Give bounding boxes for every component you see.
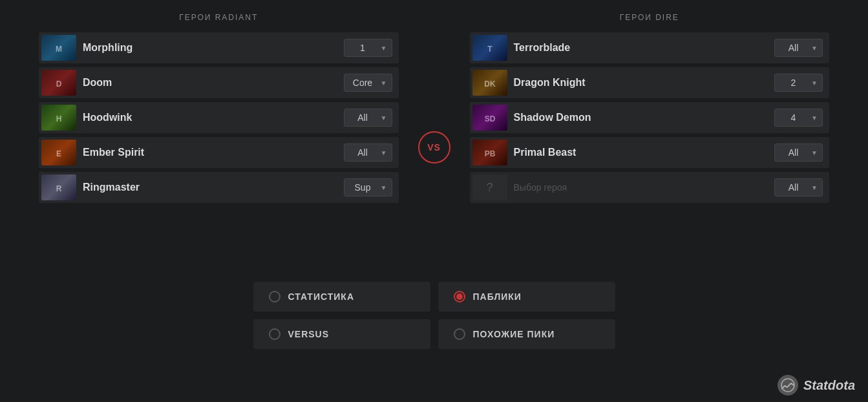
hero-row: D DoomAll12345CoreSup▼ [39, 67, 399, 98]
dire-header: ГЕРОИ DIRE [470, 13, 830, 22]
role-dropdown-wrapper[interactable]: All12345CoreSup▼ [774, 39, 823, 57]
option-label-similar: ПОХОЖИЕ ПИКИ [473, 329, 555, 339]
hero-row: M MorphlingAll12345CoreSup▼ [39, 32, 399, 63]
footer: Statdota [0, 368, 868, 402]
vs-circle: VS [418, 131, 450, 164]
svg-text:SD: SD [484, 114, 495, 123]
hero-avatar-dragon-knight: DK [472, 70, 507, 96]
hero-placeholder-text: Выбор героя [514, 182, 768, 193]
option-button-similar[interactable]: ПОХОЖИЕ ПИКИ [438, 319, 615, 349]
role-select[interactable]: All12345CoreSup [344, 143, 392, 162]
hero-avatar-hoodwink: H [41, 105, 76, 131]
hero-row: DK Dragon KnightAll12345CoreSup▼ [470, 67, 830, 98]
hero-row: E Ember SpiritAll12345CoreSup▼ [39, 137, 399, 168]
hero-row: SD Shadow DemonAll12345CoreSup▼ [470, 102, 830, 133]
hero-avatar-ringmaster: R [41, 175, 76, 200]
hero-avatar-terrorblade: T [472, 35, 507, 61]
role-select[interactable]: All12345CoreSup [344, 39, 392, 57]
radio-similar [454, 328, 465, 340]
svg-text:D: D [56, 79, 62, 89]
radiant-header: ГЕРОИ RADIANT [39, 13, 399, 22]
option-label-publics: ПАБЛИКИ [473, 291, 522, 302]
hero-name: Hoodwink [83, 112, 337, 123]
radio-statistics [269, 291, 281, 302]
option-button-versus[interactable]: VERSUS [253, 319, 430, 349]
role-select[interactable]: All12345CoreSup [774, 39, 823, 57]
logo-icon [778, 375, 798, 396]
svg-text:T: T [487, 45, 492, 54]
svg-text:H: H [56, 114, 62, 123]
hero-row: PB Primal BeastAll12345CoreSup▼ [470, 137, 830, 168]
hero-row: ?Выбор герояAll12345CoreSup▼ [470, 172, 830, 203]
dire-hero-list: T TerrorbladeAll12345CoreSup▼ DK Dragon … [470, 32, 830, 207]
hero-name: Terrorblade [514, 42, 768, 54]
svg-text:M: M [56, 45, 62, 54]
option-button-publics[interactable]: ПАБЛИКИ [438, 282, 615, 312]
hero-name: Ringmaster [83, 182, 337, 193]
hero-avatar-primal-beast: PB [472, 140, 507, 165]
role-dropdown-wrapper[interactable]: All12345CoreSup▼ [774, 178, 823, 196]
role-dropdown-wrapper[interactable]: All12345CoreSup▼ [774, 143, 823, 162]
hero-name: Dragon Knight [514, 77, 768, 89]
hero-name: Ember Spirit [83, 147, 337, 158]
option-grid: СТАТИСТИКАПАБЛИКИVERSUSПОХОЖИЕ ПИКИ [253, 282, 615, 349]
role-select[interactable]: All12345CoreSup [774, 109, 823, 127]
role-dropdown-wrapper[interactable]: All12345CoreSup▼ [774, 109, 823, 127]
hero-name: Doom [83, 77, 337, 89]
hero-name: Primal Beast [514, 147, 768, 158]
role-dropdown-wrapper[interactable]: All12345CoreSup▼ [774, 74, 823, 92]
role-dropdown-wrapper[interactable]: All12345CoreSup▼ [344, 39, 392, 57]
role-dropdown-wrapper[interactable]: All12345CoreSup▼ [344, 74, 392, 92]
radio-publics [454, 291, 465, 302]
radiant-team: ГЕРОИ RADIANT M MorphlingAll12345CoreSup… [39, 13, 399, 256]
role-dropdown-wrapper[interactable]: All12345CoreSup▼ [344, 109, 392, 127]
hero-name: Shadow Demon [514, 112, 768, 123]
role-select[interactable]: All12345CoreSup [344, 178, 392, 196]
hero-row: R RingmasterAll12345CoreSup▼ [39, 172, 399, 203]
svg-text:R: R [56, 184, 62, 193]
hero-placeholder-icon: ? [472, 175, 507, 200]
role-select[interactable]: All12345CoreSup [774, 74, 823, 92]
hero-row: H HoodwinkAll12345CoreSup▼ [39, 102, 399, 133]
logo-text: Statdota [803, 378, 855, 393]
role-dropdown-wrapper[interactable]: All12345CoreSup▼ [344, 178, 392, 196]
radio-versus [269, 328, 281, 340]
radiant-hero-list: M MorphlingAll12345CoreSup▼ D DoomAll123… [39, 32, 399, 207]
hero-avatar-shadow-demon: SD [472, 105, 507, 131]
svg-point-18 [781, 379, 794, 392]
hero-avatar-doom: D [41, 70, 76, 96]
hero-avatar-morphling: M [41, 35, 76, 61]
role-select[interactable]: All12345CoreSup [344, 109, 392, 127]
svg-text:E: E [56, 149, 61, 158]
option-button-statistics[interactable]: СТАТИСТИКА [253, 282, 430, 312]
svg-text:DK: DK [484, 79, 496, 89]
option-label-versus: VERSUS [288, 329, 330, 339]
svg-text:PB: PB [484, 149, 495, 158]
role-select[interactable]: All12345CoreSup [774, 178, 823, 196]
hero-row: T TerrorbladeAll12345CoreSup▼ [470, 32, 830, 63]
dire-team: ГЕРОИ DIRE T TerrorbladeAll12345CoreSup▼… [470, 13, 830, 256]
role-select[interactable]: All12345CoreSup [774, 143, 823, 162]
logo-area: Statdota [778, 375, 855, 396]
hero-name: Morphling [83, 42, 337, 54]
options-section: СТАТИСТИКАПАБЛИКИVERSUSПОХОЖИЕ ПИКИ [0, 269, 868, 368]
hero-avatar-ember-spirit: E [41, 140, 76, 165]
role-dropdown-wrapper[interactable]: All12345CoreSup▼ [344, 143, 392, 162]
option-label-statistics: СТАТИСТИКА [288, 291, 355, 302]
vs-section: VS [399, 13, 470, 256]
role-select[interactable]: All12345CoreSup [344, 74, 392, 92]
